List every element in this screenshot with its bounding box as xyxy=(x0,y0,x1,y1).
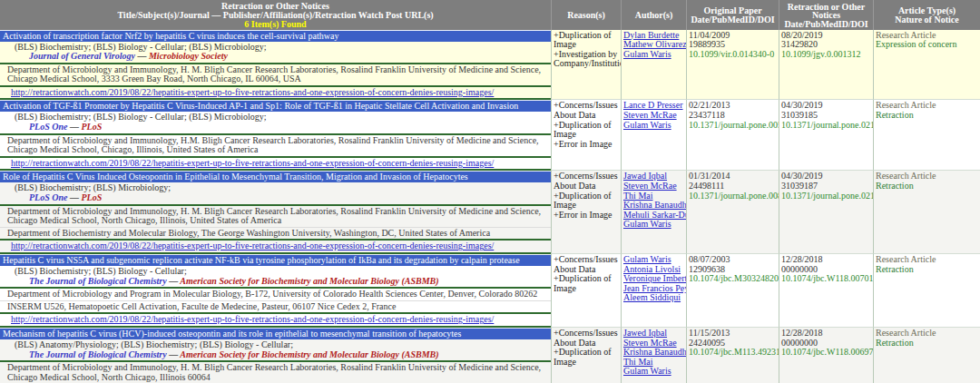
journal-line: The Journal of Biological Chemistry — Am… xyxy=(0,350,551,361)
retraction-watch-url-line: http://retractionwatch.com/2019/08/22/he… xyxy=(0,312,551,326)
record-title: Activation of transcription factor Nrf2 … xyxy=(0,30,551,42)
article-type-cell: Research Article Expression of concern xyxy=(873,30,980,101)
journal-line: Journal of General Virology — Microbiolo… xyxy=(0,52,551,63)
reason-item: +Concerns/Issues About Data xyxy=(554,101,619,120)
header-type-line2: Nature of Notice xyxy=(875,15,979,25)
retraction-watch-url-line: http://retractionwatch.com/2019/08/22/he… xyxy=(0,239,551,252)
reason-item: +Error in Image xyxy=(554,140,619,150)
journal-line: PLoS One — PLoS xyxy=(0,193,551,204)
reason-item: +Duplication of Image xyxy=(554,348,619,367)
affiliation: Department of Microbiology and Immunolog… xyxy=(0,64,551,85)
notice-doi: 10.1371/journal.pone.0216025 xyxy=(781,121,871,131)
reasons-cell: +Duplication of Image+Investigation by C… xyxy=(551,30,621,101)
journal-separator: — xyxy=(169,277,180,286)
table-header: Retraction or Other Notices Title/Subjec… xyxy=(0,0,980,30)
record-subjects: (BLS) Biochemistry; (BLS) Biology - Cell… xyxy=(0,112,551,123)
table-row: Mechanism of hepatitis C virus (HCV)-ind… xyxy=(0,328,980,383)
header-authors-label: Author(s) xyxy=(622,11,685,20)
affiliation: Department of Microbiology and Immunolog… xyxy=(0,135,551,156)
authors-cell: Gulam WarisAntonia LivolsiVeronique Imbe… xyxy=(621,254,686,328)
original-paper-cell: 01/31/2014 24498111 10.1371/journal.pone… xyxy=(686,171,779,254)
nature-of-notice: Retraction xyxy=(876,339,978,349)
nature-of-notice: Expression of concern xyxy=(876,40,978,50)
affiliation: Department of Microbiology and Immunolog… xyxy=(0,362,551,383)
reasons-cell: +Concerns/Issues About Data+Duplication … xyxy=(551,328,621,383)
notice-cell: 04/30/2019 31039185 10.1371/journal.pone… xyxy=(779,100,873,171)
reason-item: +Duplication of Image xyxy=(554,274,619,293)
items-found-count: 6 Item(s) Found xyxy=(1,20,550,29)
notice-date: 12/28/2018 xyxy=(781,255,871,265)
author-link[interactable]: Gulam Waris xyxy=(623,367,684,377)
affiliation-list: Department of Microbiology and Immunolog… xyxy=(0,204,551,240)
header-col-notice: Retraction or Other Notices Date/PubMedI… xyxy=(779,0,873,30)
reason-item: +Investigation by Company/Institution xyxy=(554,50,619,69)
affiliation-list: Department of Microbiology and Program i… xyxy=(0,287,551,312)
journal-name: The Journal of Biological Chemistry xyxy=(29,350,167,359)
journal-publisher: Microbiology Society xyxy=(149,52,228,61)
author-link[interactable]: Gulam Waris xyxy=(623,255,684,265)
reason-item: +Duplication of Image xyxy=(554,121,619,140)
header-col-original: Original Paper Date/PubMedID/DOI xyxy=(686,0,779,30)
reasons-cell: +Concerns/Issues About Data+Duplication … xyxy=(551,254,621,328)
record-title: Role of Hepatitis C Virus Induced Osteop… xyxy=(0,171,551,182)
journal-name: The Journal of Biological Chemistry xyxy=(29,277,167,286)
retraction-watch-post-link[interactable]: http://retractionwatch.com/2019/08/22/he… xyxy=(11,314,494,324)
notice-cell: 12/28/2018 00000000 10.1074/jbc.W118.006… xyxy=(779,328,873,383)
record-title: Activation of TGF-ß1 Promoter by Hepatit… xyxy=(0,100,551,112)
author-link[interactable]: Gulam Waris xyxy=(623,121,684,131)
header-col-title: Retraction or Other Notices Title/Subjec… xyxy=(0,0,551,30)
record-subjects: (BLS) Biochemistry; (BLS) Biology - Cell… xyxy=(0,42,551,53)
reason-item: +Duplication of Image xyxy=(554,31,619,50)
record-main-cell: Role of Hepatitis C Virus Induced Osteop… xyxy=(0,171,551,254)
affiliation: Department of Microbiology and Program i… xyxy=(0,289,551,300)
reason-item: +Concerns/Issues About Data xyxy=(554,329,619,348)
article-type-cell: Research Article Retraction xyxy=(873,100,980,171)
retraction-watch-post-link[interactable]: http://retractionwatch.com/2019/08/22/he… xyxy=(11,158,494,168)
nature-of-notice: Retraction xyxy=(876,111,978,121)
affiliation-list: Department of Microbiology and Immunolog… xyxy=(0,133,551,156)
record-main-cell: Activation of TGF-ß1 Promoter by Hepatit… xyxy=(0,100,551,171)
journal-separator: — xyxy=(137,52,149,61)
author-link[interactable]: Aleem Siddiqui xyxy=(623,293,684,303)
original-doi: 10.1099/vir.0.014340-0 xyxy=(689,50,777,60)
notice-doi: 10.1371/journal.pone.0216026 xyxy=(781,192,871,201)
reasons-cell: +Concerns/Issues About Data+Duplication … xyxy=(551,171,621,254)
retraction-watch-post-link[interactable]: http://retractionwatch.com/2019/08/22/he… xyxy=(11,241,494,250)
journal-publisher: American Society for Biochemistry and Mo… xyxy=(180,350,438,359)
affiliation: Department of Biochemistry and Molecular… xyxy=(0,227,551,240)
original-paper-cell: 02/21/2013 23437118 10.1371/journal.pone… xyxy=(686,100,779,171)
journal-separator: — xyxy=(70,193,82,202)
author-link[interactable]: Jawed Iqbal xyxy=(623,329,684,339)
reason-item: +Concerns/Issues About Data xyxy=(554,255,619,274)
record-main-cell: Hepatitis C virus NS5A and subgenomic re… xyxy=(0,254,551,328)
nature-of-notice: Retraction xyxy=(876,265,978,275)
record-subjects: (BLS) Anatomy/Physiology; (BLS) Biochemi… xyxy=(0,339,551,350)
journal-name: Journal of General Virology xyxy=(29,52,135,61)
original-doi: 10.1371/journal.pone.0087464 xyxy=(689,192,777,201)
authors-cell: Jawad IqbalSteven McRaeThi MaiKrishna Ba… xyxy=(621,171,686,254)
reason-item: +Error in Image xyxy=(554,211,619,221)
article-type: Research Article xyxy=(876,329,978,339)
original-paper-cell: 11/04/2009 19889935 10.1099/vir.0.014340… xyxy=(686,30,779,101)
notice-doi: 10.1099/jgv.0.001312 xyxy=(781,50,871,60)
original-doi: 10.1074/jbc.M303248200 xyxy=(689,274,777,284)
notice-cell: 12/28/2018 00000000 10.1074/jbc.W118.007… xyxy=(779,254,873,328)
authors-cell: Lance D PresserSteven McRaeGulam Waris xyxy=(621,100,686,171)
nature-of-notice: Retraction xyxy=(876,182,978,192)
journal-name: PLoS One xyxy=(29,193,68,202)
original-doi: 10.1074/jbc.M113.492314 xyxy=(689,348,777,358)
header-notice-line1: Retraction or Other Notices xyxy=(780,3,872,20)
journal-publisher: PLoS xyxy=(82,123,103,132)
header-col-reasons: Reason(s) xyxy=(551,0,621,30)
original-paper-cell: 08/07/2003 12909638 10.1074/jbc.M3032482… xyxy=(686,254,779,328)
retraction-watch-url-line: http://retractionwatch.com/2019/08/22/he… xyxy=(0,85,551,99)
author-link[interactable]: Gulam Waris xyxy=(623,220,684,230)
record-subjects: (BLS) Biochemistry; (BLS) Microbiology; xyxy=(0,182,551,193)
table-row: Hepatitis C virus NS5A and subgenomic re… xyxy=(0,254,980,328)
record-main-cell: Mechanism of hepatitis C virus (HCV)-ind… xyxy=(0,328,551,383)
original-paper-cell: 11/15/2013 24240095 10.1074/jbc.M113.492… xyxy=(686,328,779,383)
retraction-watch-post-link[interactable]: http://retractionwatch.com/2019/08/22/he… xyxy=(11,87,494,97)
author-link[interactable]: Gulam Waris xyxy=(623,50,684,60)
record-subjects: (BLS) Biochemistry; (BLS) Biology - Cell… xyxy=(0,266,551,277)
journal-name: PLoS One xyxy=(29,123,68,132)
